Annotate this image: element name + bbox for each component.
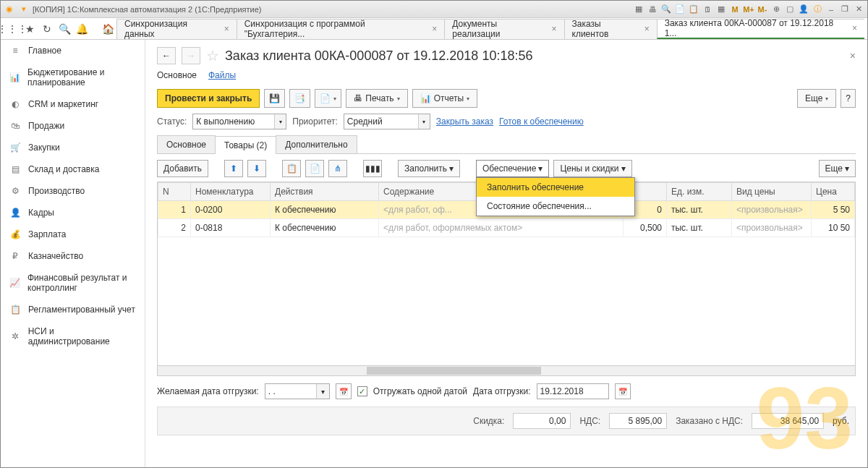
desired-date-input[interactable]: . .▾ xyxy=(265,383,330,399)
search-nav-icon[interactable]: 🔍 xyxy=(56,20,73,38)
forward-button[interactable]: → xyxy=(182,47,200,64)
tab-close-icon[interactable]: × xyxy=(852,23,857,33)
order-total-label: Заказано с НДС: xyxy=(676,416,743,426)
close-window-icon[interactable]: ✕ xyxy=(853,4,864,15)
nav-tab[interactable]: Синхронизация данных× xyxy=(116,19,237,39)
paste-button[interactable]: 📄 xyxy=(305,160,324,177)
move-down-button[interactable]: ⬇ xyxy=(247,160,266,177)
toolbar-icon[interactable]: ▦ xyxy=(633,4,644,15)
favorite-star-icon[interactable]: ☆ xyxy=(206,47,219,64)
sidebar-item[interactable]: ₽Казначейство xyxy=(1,245,145,267)
post-button[interactable]: 📑 xyxy=(289,89,310,108)
subnav-files[interactable]: Файлы xyxy=(208,69,236,82)
restore-icon[interactable]: ❐ xyxy=(839,4,851,15)
dropdown-icon[interactable]: ▾ xyxy=(18,4,30,15)
info-icon[interactable]: ⓘ xyxy=(812,4,823,15)
nav-tab[interactable]: Заказ клиента 00КА-000087 от 19.12.2018 … xyxy=(657,19,864,39)
save-button[interactable]: 💾 xyxy=(264,89,285,108)
sidebar-item[interactable]: ✲НСИ и администрирование xyxy=(1,320,145,352)
col-price[interactable]: Цена xyxy=(812,183,855,201)
create-based-button[interactable]: 📄▾ xyxy=(315,89,341,108)
close-order-link[interactable]: Закрыть заказ xyxy=(436,116,493,127)
help-button[interactable]: ? xyxy=(841,89,856,108)
tab-main[interactable]: Основное xyxy=(157,135,216,153)
back-button[interactable]: ← xyxy=(157,47,176,64)
sidebar-item[interactable]: 🛒Закупки xyxy=(1,137,145,158)
sidebar-item[interactable]: 📊Бюджетирование и планирование xyxy=(1,61,145,93)
prices-button[interactable]: Цены и скидки ▾ xyxy=(553,160,631,177)
print-button[interactable]: 🖶 Печать ▾ xyxy=(346,89,407,108)
tab-close-icon[interactable]: × xyxy=(432,24,437,34)
col-nomenclature[interactable]: Номенклатура xyxy=(191,183,271,201)
bell-icon[interactable]: 🔔 xyxy=(73,20,90,38)
tab-extra[interactable]: Дополнительно xyxy=(276,135,357,153)
search-icon[interactable]: 🔍 xyxy=(660,4,672,15)
user-icon[interactable]: 👤 xyxy=(798,4,809,15)
doc-icon[interactable]: 📄 xyxy=(674,4,686,15)
tab-close-icon[interactable]: × xyxy=(644,24,650,34)
minimize-icon[interactable]: – xyxy=(825,4,837,15)
sidebar-label: Кадры xyxy=(28,208,54,218)
sidebar-label: Продажи xyxy=(28,121,64,131)
plus-icon[interactable]: ⊕ xyxy=(770,4,782,15)
single-date-checkbox[interactable]: ✓ xyxy=(357,386,367,396)
move-up-button[interactable]: ⬆ xyxy=(224,160,243,177)
reports-button[interactable]: 📊 Отчеты ▾ xyxy=(412,89,477,108)
sidebar-item[interactable]: ◐CRM и маркетинг xyxy=(1,93,145,115)
sidebar-item[interactable]: ▤Склад и доставка xyxy=(1,158,145,180)
status-combo[interactable]: К выполнению▾ xyxy=(192,114,286,129)
m-plus-icon[interactable]: M+ xyxy=(743,4,754,15)
sidebar-item[interactable]: 💰Зарплата xyxy=(1,224,145,245)
subnav-main[interactable]: Основное xyxy=(157,69,197,82)
ship-date-input[interactable]: 19.12.2018 xyxy=(537,383,609,399)
apps-icon[interactable]: ⋮⋮⋮ xyxy=(4,20,21,38)
nav-tab[interactable]: Документы реализации× xyxy=(444,19,564,39)
desired-date-cal[interactable]: 📅 xyxy=(336,383,352,399)
more-button[interactable]: Еще ▾ xyxy=(797,89,836,108)
table-row[interactable]: 20-0818К обеспечению<для работ, оформляе… xyxy=(158,219,855,237)
m-minus-icon[interactable]: M- xyxy=(757,4,768,15)
col-actions[interactable]: Действия xyxy=(271,183,379,201)
barcode-button[interactable]: ▮▮▮ xyxy=(363,160,382,177)
close-page-icon[interactable]: × xyxy=(850,50,856,61)
print-icon[interactable]: 🖶 xyxy=(647,4,658,15)
ready-link[interactable]: Готов к обеспечению xyxy=(499,116,584,127)
order-total-value: 38 645,00 xyxy=(752,413,824,429)
tab-close-icon[interactable]: × xyxy=(224,24,229,34)
copy-button[interactable]: 📋 xyxy=(282,160,301,177)
grid-icon[interactable]: ▦ xyxy=(715,4,727,15)
ship-date-cal[interactable]: 📅 xyxy=(615,383,631,399)
share-button[interactable]: ⋔ xyxy=(328,160,347,177)
calc-icon[interactable]: 🗓 xyxy=(702,4,713,15)
sidebar-item[interactable]: 🛍Продажи xyxy=(1,115,145,137)
fill-button[interactable]: Заполнить ▾ xyxy=(398,160,460,177)
sidebar-label: CRM и маркетинг xyxy=(28,99,98,109)
nav-tab[interactable]: Синхронизация с программой "Бухгалтерия.… xyxy=(237,19,446,39)
tab-close-icon[interactable]: × xyxy=(552,24,557,34)
sidebar-item[interactable]: ≡Главное xyxy=(1,40,145,61)
star-nav-icon[interactable]: ★ xyxy=(21,20,38,38)
tab-goods[interactable]: Товары (2) xyxy=(215,136,276,154)
dropdown-fill-provision[interactable]: Заполнить обеспечение xyxy=(477,178,634,197)
home-icon[interactable]: 🏠 xyxy=(99,20,116,38)
history-icon[interactable]: ↻ xyxy=(38,20,56,38)
provision-button[interactable]: Обеспечение ▾ xyxy=(476,160,549,177)
submit-close-button[interactable]: Провести и закрыть xyxy=(157,89,260,108)
box-icon[interactable]: ▢ xyxy=(784,4,796,15)
dropdown-provision-state[interactable]: Состояние обеспечения... xyxy=(477,197,634,216)
col-unit[interactable]: Ед. изм. xyxy=(667,183,732,201)
doc2-icon[interactable]: 📋 xyxy=(688,4,699,15)
col-price-type[interactable]: Вид цены xyxy=(732,183,812,201)
table-more-button[interactable]: Еще ▾ xyxy=(819,160,856,177)
nav-tab[interactable]: Заказы клиентов× xyxy=(564,19,658,39)
m-icon[interactable]: M xyxy=(729,4,741,15)
add-row-button[interactable]: Добавить xyxy=(157,160,208,177)
sidebar-item[interactable]: 📈Финансовый результат и контроллинг xyxy=(1,267,145,299)
sidebar-item[interactable]: 👤Кадры xyxy=(1,202,145,224)
priority-combo[interactable]: Средний▾ xyxy=(344,114,430,129)
sidebar-item[interactable]: 📋Регламентированный учет xyxy=(1,299,145,320)
sidebar-item[interactable]: ⚙Производство xyxy=(1,180,145,202)
status-label: Статус: xyxy=(157,116,187,127)
col-n[interactable]: N xyxy=(158,183,191,201)
horizontal-scrollbar[interactable] xyxy=(157,366,856,376)
